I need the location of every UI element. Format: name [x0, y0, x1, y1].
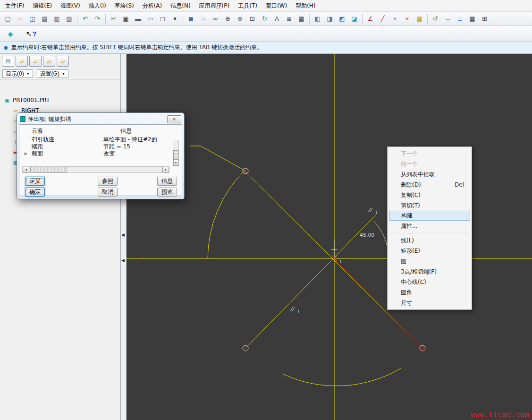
divide-line-icon[interactable]: ╱: [377, 13, 388, 25]
tree-columns-icon[interactable]: ▤: [2, 56, 14, 67]
delete-segment-icon[interactable]: ×: [389, 13, 401, 25]
references-button[interactable]: 参照: [98, 177, 118, 186]
element-row-1[interactable]: 螺距节距 = 15: [22, 143, 170, 150]
model-info-icon[interactable]: ▦: [296, 13, 307, 25]
scrollbar-track[interactable]: [67, 167, 162, 172]
toolbar-group: ◧◨◩◪: [312, 13, 360, 25]
folder-add-icon[interactable]: ▱: [16, 56, 28, 67]
menu-help[interactable]: 帮助(H): [291, 0, 320, 11]
menu-item-delete[interactable]: 删除(D)Del: [388, 180, 472, 190]
shaded-view-icon[interactable]: ◪: [348, 13, 360, 25]
angle-dimension-label[interactable]: 45.00: [360, 232, 375, 238]
menu-item-properties[interactable]: 属性...: [388, 221, 472, 231]
sketcher-display-icon[interactable]: ◈: [4, 27, 17, 40]
menu-file[interactable]: 文件(F): [1, 0, 28, 11]
menu-item-three-point-tangent-end[interactable]: 3点/相切端(P): [388, 266, 472, 277]
element-row-2[interactable]: >截面改变: [22, 150, 170, 157]
scrollbar-thumb[interactable]: [173, 150, 178, 160]
menu-item-pick-from-list[interactable]: 从列表中拾取: [388, 169, 472, 180]
undo-icon[interactable]: ↶: [79, 13, 91, 25]
repaint-icon[interactable]: ↻: [259, 13, 270, 25]
preview-button[interactable]: 预览: [157, 188, 177, 197]
print-setup-icon[interactable]: ▥: [51, 13, 63, 25]
panel-splitter[interactable]: ◀ ◀: [121, 54, 127, 420]
menu-item-label: 从列表中拾取: [401, 171, 435, 179]
menu-item-label: 线(L): [401, 237, 414, 245]
snap-grid-icon[interactable]: ⊞: [479, 13, 490, 25]
menu-insert[interactable]: 插入(I): [84, 0, 110, 11]
grid-icon[interactable]: ▦: [466, 13, 478, 25]
copy-icon[interactable]: ▣: [120, 13, 132, 25]
menu-item-line[interactable]: 线(L): [388, 235, 472, 246]
selection-dropdown-icon[interactable]: ▾: [169, 13, 181, 25]
table-horizontal-scrollbar[interactable]: ◄ ►: [22, 166, 169, 173]
open-folder-icon[interactable]: ▱: [14, 13, 26, 25]
vertex-display-icon[interactable]: ∴: [197, 13, 209, 25]
ok-button[interactable]: 确定: [25, 188, 45, 197]
scroll-right-icon[interactable]: ►: [162, 167, 169, 172]
folder-history-icon[interactable]: ▱: [57, 56, 69, 67]
folder-favorites-icon[interactable]: ▱: [29, 56, 42, 67]
fit-width-icon[interactable]: ↔: [442, 13, 454, 25]
scrollbar-thumb[interactable]: [30, 167, 67, 172]
save-icon[interactable]: ◫: [26, 13, 38, 25]
element-row-0[interactable]: 扫引轨迹草绘平面 - 特征#2的: [22, 136, 170, 143]
settings-dropdown[interactable]: 设置(G) ▼: [37, 69, 68, 78]
scroll-down-icon[interactable]: ▼: [173, 160, 178, 166]
orient-sketch-icon[interactable]: ⊥: [454, 13, 466, 25]
spectacles-icon[interactable]: ∞: [210, 13, 221, 25]
menu-item-rectangle[interactable]: 矩形(E): [388, 246, 472, 256]
menu-info[interactable]: 信息(N): [166, 0, 194, 11]
tree-item-part[interactable]: ▣PRT0001.PRT: [0, 95, 120, 105]
no-hidden-view-icon[interactable]: ◩: [336, 13, 348, 25]
collapse-panel-icon[interactable]: ◀: [121, 232, 125, 237]
zoom-window-icon[interactable]: ⊡: [246, 13, 258, 25]
folder-settings-icon[interactable]: ▱: [43, 56, 55, 67]
collapse-panel-icon[interactable]: ◀: [121, 258, 125, 263]
sketcher-palette-icon[interactable]: ▦: [414, 13, 425, 25]
menu-item-fillet[interactable]: 圆角: [388, 287, 472, 298]
cancel-button[interactable]: 取消: [98, 188, 118, 197]
sketch-orient-icon[interactable]: ◼: [185, 13, 197, 25]
table-vertical-scrollbar[interactable]: ▼: [173, 140, 179, 166]
menu-analysis[interactable]: 分析(A): [138, 0, 167, 11]
menu-tools[interactable]: 工具(T): [234, 0, 262, 11]
define-button[interactable]: 定义: [25, 177, 45, 186]
cut-icon[interactable]: ✂: [108, 13, 119, 25]
paste-special-icon[interactable]: ▭: [144, 13, 156, 25]
print-icon[interactable]: ▤: [39, 13, 51, 25]
menu-item-copy[interactable]: 复制(C): [388, 190, 472, 200]
menu-edit[interactable]: 编辑(E): [28, 0, 56, 11]
redo-icon[interactable]: ↷: [92, 13, 103, 25]
constraint-tool-icon[interactable]: ∠: [364, 13, 376, 25]
zoom-in-icon[interactable]: ⊕: [222, 13, 234, 25]
zoom-out-icon[interactable]: ⊖: [234, 13, 246, 25]
context-help-icon[interactable]: ↖?: [25, 27, 38, 40]
close-icon[interactable]: ×: [167, 115, 181, 123]
menu-item-centerline[interactable]: 中心线(C): [388, 277, 472, 287]
selection-box-icon[interactable]: ◻: [157, 13, 169, 25]
layers-icon[interactable]: ≣: [283, 13, 295, 25]
menu-item-dimension[interactable]: 尺寸: [388, 298, 472, 308]
scroll-left-icon[interactable]: ◄: [23, 167, 29, 172]
menu-applications[interactable]: 应用程序(P): [195, 0, 234, 11]
menu-window[interactable]: 窗口(W): [262, 0, 291, 11]
regenerate-icon[interactable]: ↺: [430, 13, 441, 25]
menu-sketch[interactable]: 草绘(S): [110, 0, 138, 11]
wireframe-view-icon[interactable]: ◧: [312, 13, 323, 25]
hidden-line-view-icon[interactable]: ◨: [324, 13, 336, 25]
toolbar-separator: [183, 14, 183, 24]
menu-view[interactable]: 视图(V): [56, 0, 84, 11]
show-dropdown[interactable]: 显示(0) ▼: [2, 69, 33, 78]
menu-item-cut[interactable]: 剪切(T): [388, 200, 472, 211]
main-toolbar: ▢▱◫▤▥▨↶↷✂▣▬▭◻▾◼∴∞⊕⊖⊡↻A≣▦◧◨◩◪∠╱××▦↺↔⊥▦⊞: [0, 12, 532, 26]
erase-display-icon[interactable]: ▨: [63, 13, 75, 25]
trim-corner-icon[interactable]: ×: [401, 13, 413, 25]
dialog-titlebar[interactable]: 伸出项: 螺旋扫描 ×: [19, 114, 182, 124]
menu-item-construct[interactable]: 构建: [389, 211, 470, 221]
info-button[interactable]: 信息: [157, 177, 177, 186]
annotation-icon[interactable]: A: [271, 13, 283, 25]
new-file-icon[interactable]: ▢: [2, 13, 14, 25]
menu-item-circle[interactable]: 圆: [388, 256, 472, 266]
paste-icon[interactable]: ▬: [132, 13, 144, 25]
